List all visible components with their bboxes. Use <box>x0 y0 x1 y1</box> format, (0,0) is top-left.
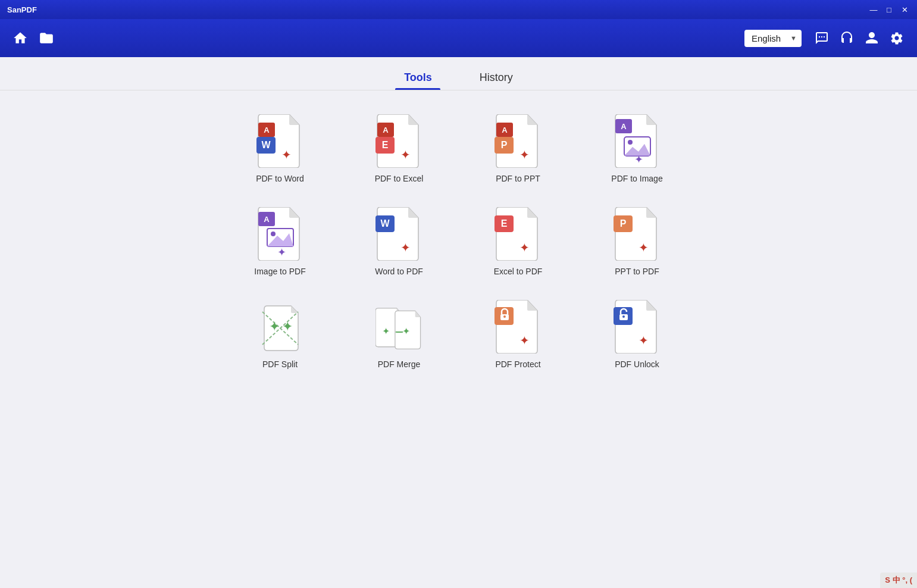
svg-point-24 <box>271 232 276 236</box>
tool-pdf-to-image[interactable]: A ✦ PDF to Image <box>602 114 673 183</box>
app-title: SanPDF <box>7 5 868 14</box>
svg-text:✦: ✦ <box>519 241 529 254</box>
home-button[interactable] <box>10 27 31 49</box>
svg-point-18 <box>628 140 633 145</box>
svg-text:A: A <box>264 126 270 135</box>
main-content: A W ✦ PDF to Word A E <box>0 90 917 588</box>
window-controls: — □ ✕ <box>868 4 910 15</box>
pdf-unlock-icon: ✦ <box>614 300 661 354</box>
svg-text:A: A <box>502 126 508 135</box>
tool-pdf-unlock-label: PDF Unlock <box>615 359 659 369</box>
pdf-merge-icon: ✦ ✦ <box>375 300 423 354</box>
svg-text:E: E <box>381 140 388 150</box>
excel-to-pdf-icon: E ✦ <box>495 207 542 261</box>
svg-text:✦: ✦ <box>400 148 410 161</box>
pdf-protect-icon: ✦ <box>495 300 542 354</box>
settings-button[interactable] <box>886 27 907 49</box>
tab-tools[interactable]: Tools <box>380 65 456 90</box>
svg-text:A: A <box>264 215 270 224</box>
pdf-to-excel-icon: A E ✦ <box>375 114 423 168</box>
tool-pdf-split[interactable]: ✦ ✦ PDF Split <box>245 300 316 369</box>
tool-image-to-pdf[interactable]: A ✦ Image to PDF <box>245 207 316 276</box>
svg-text:W: W <box>261 140 271 150</box>
svg-text:✦: ✦ <box>634 154 643 165</box>
maximize-button[interactable]: □ <box>884 4 894 15</box>
tab-history[interactable]: History <box>456 65 537 90</box>
svg-text:✦: ✦ <box>519 148 529 161</box>
tab-bar: Tools History <box>0 57 917 90</box>
svg-point-46 <box>503 315 506 318</box>
tool-pdf-to-word[interactable]: A W ✦ PDF to Word <box>245 114 316 183</box>
svg-text:✦: ✦ <box>382 326 390 336</box>
tool-pdf-to-excel-label: PDF to Excel <box>375 174 424 183</box>
image-to-pdf-icon: A ✦ <box>256 207 304 261</box>
svg-text:✦: ✦ <box>400 241 410 254</box>
word-to-pdf-icon: W ✦ <box>375 207 423 261</box>
ppt-to-pdf-icon: P ✦ <box>614 207 661 261</box>
pdf-to-image-icon: A ✦ <box>614 114 661 168</box>
tool-image-to-pdf-label: Image to PDF <box>254 267 305 276</box>
tool-pdf-merge[interactable]: ✦ ✦ PDF Merge <box>364 300 435 369</box>
close-button[interactable]: ✕ <box>899 4 910 15</box>
svg-text:✦: ✦ <box>282 319 293 334</box>
tools-grid: A W ✦ PDF to Word A E <box>191 114 727 369</box>
svg-text:E: E <box>500 218 507 229</box>
titlebar: SanPDF — □ ✕ <box>0 0 917 19</box>
tool-word-to-pdf[interactable]: W ✦ Word to PDF <box>364 207 435 276</box>
pdf-to-ppt-icon: A P ✦ <box>495 114 542 168</box>
tool-pdf-to-excel[interactable]: A E ✦ PDF to Excel <box>364 114 435 183</box>
language-dropdown[interactable]: English Chinese <box>744 30 802 47</box>
svg-text:A: A <box>621 122 627 131</box>
language-selector[interactable]: English Chinese ▼ <box>744 30 802 47</box>
svg-text:✦: ✦ <box>277 246 286 258</box>
floatbar: S 中 °, ( <box>880 573 917 588</box>
folder-button[interactable] <box>36 27 57 49</box>
tool-ppt-to-pdf-label: PPT to PDF <box>615 267 659 276</box>
svg-text:W: W <box>380 218 390 229</box>
svg-text:✦: ✦ <box>519 334 529 347</box>
minimize-button[interactable]: — <box>868 4 879 15</box>
tool-excel-to-pdf[interactable]: E ✦ Excel to PDF <box>483 207 554 276</box>
tool-pdf-merge-label: PDF Merge <box>378 359 421 369</box>
tool-pdf-unlock[interactable]: ✦ PDF Unlock <box>602 300 673 369</box>
tool-pdf-protect-label: PDF Protect <box>495 359 540 369</box>
chat-button[interactable] <box>811 27 833 49</box>
tool-pdf-split-label: PDF Split <box>262 359 298 369</box>
svg-text:P: P <box>619 218 626 229</box>
tool-pdf-to-ppt-label: PDF to PPT <box>496 174 540 183</box>
tool-excel-to-pdf-label: Excel to PDF <box>494 267 543 276</box>
svg-text:✦: ✦ <box>638 241 648 254</box>
svg-text:✦: ✦ <box>402 326 410 336</box>
user-button[interactable] <box>861 27 882 49</box>
svg-text:✦: ✦ <box>638 334 648 347</box>
headset-button[interactable] <box>836 27 857 49</box>
tool-ppt-to-pdf[interactable]: P ✦ PPT to PDF <box>602 207 673 276</box>
tool-pdf-to-ppt[interactable]: A P ✦ PDF to PPT <box>483 114 554 183</box>
svg-text:✦: ✦ <box>269 319 280 334</box>
pdf-to-word-icon: A W ✦ <box>256 114 304 168</box>
tool-pdf-to-word-label: PDF to Word <box>256 174 304 183</box>
tool-word-to-pdf-label: Word to PDF <box>375 267 423 276</box>
svg-point-50 <box>622 315 625 318</box>
tool-pdf-protect[interactable]: ✦ PDF Protect <box>483 300 554 369</box>
pdf-split-icon: ✦ ✦ <box>256 300 304 354</box>
tool-pdf-to-image-label: PDF to Image <box>611 174 662 183</box>
svg-text:P: P <box>500 140 507 150</box>
svg-text:A: A <box>383 126 389 135</box>
toolbar: English Chinese ▼ <box>0 19 917 57</box>
svg-text:✦: ✦ <box>281 148 291 161</box>
